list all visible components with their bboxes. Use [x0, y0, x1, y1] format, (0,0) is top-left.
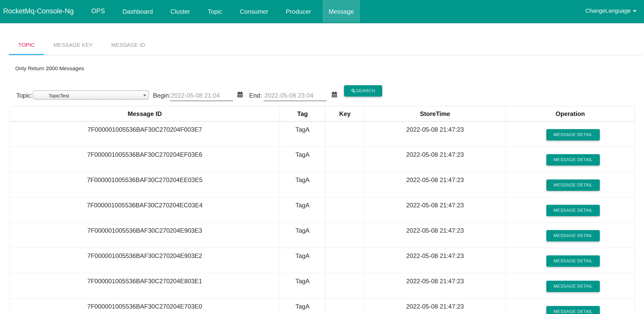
operation-cell: MESSAGE DETAIL: [506, 248, 635, 273]
active-tab-ink-bar: [9, 54, 44, 55]
tag-cell: TagA: [280, 273, 325, 299]
operation-cell: MESSAGE DETAIL: [506, 197, 635, 223]
table-row: 7F000001005536BAF30C270204E803E1 TagA 20…: [10, 273, 635, 299]
table-row: 7F000001005536BAF30C270204EE03E5 TagA 20…: [10, 172, 635, 197]
store-time-cell: 2022-05-08 21:47:23: [365, 147, 506, 172]
search-mode-tabs: TOPIC MESSAGE KEY MESSAGE ID: [9, 38, 643, 56]
col-header-tag: Tag: [280, 106, 325, 121]
key-cell: [325, 299, 365, 314]
navbar-item-link[interactable]: Topic: [201, 0, 228, 23]
message-detail-button[interactable]: MESSAGE DETAIL: [546, 154, 600, 166]
change-language-label: ChangeLanguage: [585, 7, 631, 14]
tab[interactable]: TOPIC: [9, 38, 44, 55]
table-row: 7F000001005536BAF30C270204F003E7 TagA 20…: [10, 121, 635, 147]
navbar-brand[interactable]: RocketMq-Console-Ng: [0, 0, 74, 23]
store-time-cell: 2022-05-08 21:47:23: [365, 197, 506, 223]
message-detail-button[interactable]: MESSAGE DETAIL: [546, 230, 600, 241]
store-time-cell: 2022-05-08 21:47:23: [365, 248, 506, 273]
key-cell: [325, 273, 365, 299]
key-cell: [325, 197, 365, 223]
table-row: 7F000001005536BAF30C270204E903E2 TagA 20…: [10, 248, 635, 273]
search-button-label: SEARCH: [356, 88, 375, 93]
key-cell: [325, 223, 365, 248]
search-button[interactable]: SEARCH: [344, 85, 382, 97]
col-header-message-id: Message ID: [10, 106, 280, 121]
operation-cell: MESSAGE DETAIL: [506, 121, 635, 147]
message-id-cell: 7F000001005536BAF30C270204EC03E4: [10, 197, 280, 223]
tag-cell: TagA: [280, 248, 325, 273]
topic-select-value: TopicTest: [49, 93, 69, 98]
navbar-item-link[interactable]: Cluster: [164, 0, 196, 23]
tag-cell: TagA: [280, 121, 325, 147]
operation-cell: MESSAGE DETAIL: [506, 299, 635, 314]
message-detail-button[interactable]: MESSAGE DETAIL: [546, 281, 600, 292]
key-cell: [325, 172, 365, 197]
tag-cell: TagA: [280, 223, 325, 248]
begin-label: Begin:: [153, 92, 171, 99]
table-row: 7F000001005536BAF30C270204E903E3 TagA 20…: [10, 223, 635, 248]
topic-label: Topic:: [16, 92, 33, 99]
operation-cell: MESSAGE DETAIL: [506, 172, 635, 197]
topic-select[interactable]: TopicTest: [33, 90, 149, 100]
message-table: Message ID Tag Key StoreTime Operation 7…: [10, 106, 635, 314]
caret-down-icon: [633, 10, 637, 12]
navbar-item-link[interactable]: Consumer: [233, 0, 274, 23]
message-id-cell: 7F000001005536BAF30C270204EE03E5: [10, 172, 280, 197]
operation-cell: MESSAGE DETAIL: [506, 223, 635, 248]
key-cell: [325, 248, 365, 273]
message-detail-button[interactable]: MESSAGE DETAIL: [546, 255, 600, 267]
message-id-cell: 7F000001005536BAF30C270204EF03E6: [10, 147, 280, 172]
navbar-item: Topic: [201, 0, 228, 23]
message-detail-button[interactable]: MESSAGE DETAIL: [546, 129, 600, 140]
navbar-item-link[interactable]: Producer: [280, 0, 317, 23]
col-header-operation: Operation: [506, 106, 635, 121]
message-id-cell: 7F000001005536BAF30C270204E703E0: [10, 299, 280, 314]
tag-cell: TagA: [280, 197, 325, 223]
operation-cell: MESSAGE DETAIL: [506, 147, 635, 172]
navbar-item: Dashboard: [116, 0, 159, 23]
navbar-item: Producer: [280, 0, 317, 23]
key-cell: [325, 147, 365, 172]
message-detail-button[interactable]: MESSAGE DETAIL: [546, 205, 600, 216]
message-detail-button[interactable]: MESSAGE DETAIL: [546, 306, 600, 314]
navbar-item-link[interactable]: OPS: [85, 0, 111, 23]
tab[interactable]: MESSAGE ID: [102, 38, 155, 55]
message-table-header: Message ID Tag Key StoreTime Operation: [10, 106, 635, 121]
end-time-input[interactable]: 2022-05-08 23:04: [264, 91, 327, 101]
tag-cell: TagA: [280, 147, 325, 172]
select-caret-icon: [143, 95, 146, 96]
search-icon: [351, 89, 356, 93]
tab[interactable]: MESSAGE KEY: [44, 38, 102, 55]
table-row: 7F000001005536BAF30C270204EF03E6 TagA 20…: [10, 147, 635, 172]
operation-cell: MESSAGE DETAIL: [506, 273, 635, 299]
table-row: 7F000001005536BAF30C270204EC03E4 TagA 20…: [10, 197, 635, 223]
store-time-cell: 2022-05-08 21:47:23: [365, 223, 506, 248]
begin-calendar-icon[interactable]: [237, 92, 243, 97]
message-id-cell: 7F000001005536BAF30C270204E803E1: [10, 273, 280, 299]
tag-cell: TagA: [280, 172, 325, 197]
col-header-key: Key: [325, 106, 365, 121]
col-header-store-time: StoreTime: [365, 106, 506, 121]
store-time-cell: 2022-05-08 21:47:23: [365, 121, 506, 147]
navbar-menu: OPS Dashboard Cluster Topic Consumer Pro…: [82, 0, 363, 23]
tag-cell: TagA: [280, 299, 325, 314]
navbar: RocketMq-Console-Ng OPS Dashboard Cluste…: [0, 0, 644, 23]
navbar-item: Cluster: [164, 0, 196, 23]
table-row: 7F000001005536BAF30C270204E703E0 TagA 20…: [10, 299, 635, 314]
end-label: End:: [249, 92, 262, 99]
store-time-cell: 2022-05-08 21:47:23: [365, 273, 506, 299]
message-id-cell: 7F000001005536BAF30C270204F003E7: [10, 121, 280, 147]
navbar-item-link[interactable]: Message: [323, 0, 360, 23]
message-id-cell: 7F000001005536BAF30C270204E903E2: [10, 248, 280, 273]
end-calendar-icon[interactable]: [332, 92, 337, 97]
search-form: Topic: TopicTest Begin: 2022-05-08 21:04…: [0, 84, 644, 102]
begin-time-input[interactable]: 2022-05-08 21:04: [170, 91, 233, 101]
navbar-item: OPS: [85, 0, 111, 23]
store-time-cell: 2022-05-08 21:47:23: [365, 172, 506, 197]
message-detail-button[interactable]: MESSAGE DETAIL: [546, 179, 600, 191]
key-cell: [325, 121, 365, 147]
change-language-dropdown[interactable]: ChangeLanguage: [585, 0, 637, 23]
navbar-item: Consumer: [233, 0, 274, 23]
navbar-item-link[interactable]: Dashboard: [116, 0, 159, 23]
result-limit-notice: Only Return 2000 Messages: [15, 66, 84, 71]
